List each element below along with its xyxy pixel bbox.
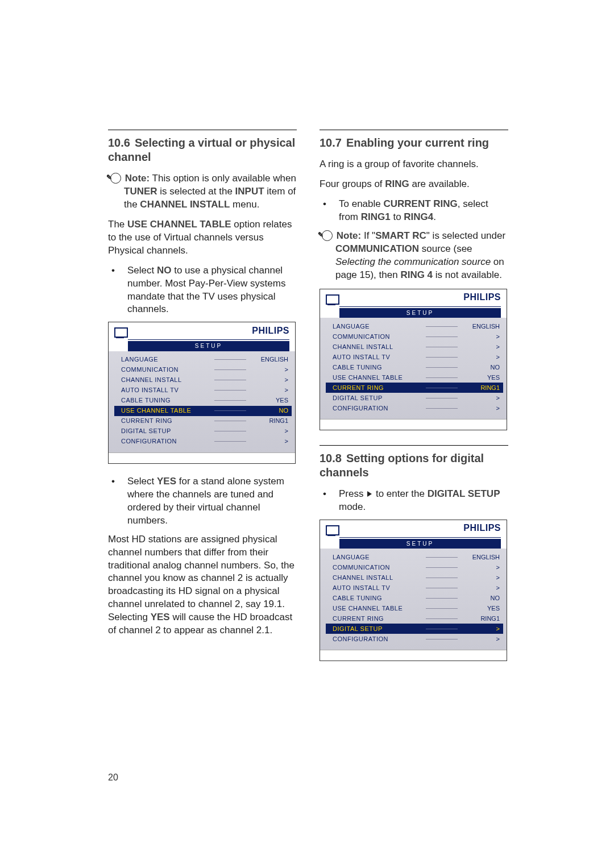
b1-bold3: RING4 bbox=[404, 211, 433, 222]
p2-a: Most HD stations are assigned physical c… bbox=[108, 534, 294, 623]
bullet-select-yes: • Select YES for a stand alone system wh… bbox=[108, 475, 297, 528]
menu-item-line bbox=[426, 367, 458, 368]
p2-bold: YES bbox=[151, 612, 170, 622]
menu-item-line bbox=[214, 369, 246, 370]
menu-item-value: > bbox=[460, 343, 501, 351]
menu-item-line bbox=[426, 629, 458, 629]
section-rule bbox=[320, 445, 508, 446]
menu-item-label: COMMUNICATION bbox=[121, 366, 212, 374]
note-icon: ✎ bbox=[322, 230, 333, 241]
menu-item-label: CURRENT RING bbox=[333, 384, 424, 392]
menu-item-label: LANGUAGE bbox=[121, 355, 212, 364]
menu-item-value: ENGLISH bbox=[460, 553, 501, 562]
menu-item-line bbox=[214, 400, 246, 401]
menu-item-value: ENGLISH bbox=[248, 355, 289, 364]
menu-rule bbox=[128, 339, 289, 340]
menu-item-line bbox=[426, 578, 458, 578]
p1-bold: USE CHANNEL TABLE bbox=[127, 219, 231, 230]
brand-logo: PHILIPS bbox=[463, 291, 501, 305]
menu-row: USE CHANNEL TABLENO bbox=[114, 406, 292, 416]
menu-row: LANGUAGEENGLISH bbox=[333, 552, 501, 562]
heading-number: 10.8 bbox=[320, 452, 342, 464]
menu-header: PHILIPS bbox=[320, 289, 507, 305]
menu-row: CABLE TUNINGYES bbox=[121, 396, 289, 406]
menu-body: LANGUAGEENGLISHCOMMUNICATION>CHANNEL INS… bbox=[320, 318, 507, 419]
menu-item-value: > bbox=[248, 427, 289, 435]
menu-row: CHANNEL INSTALL> bbox=[121, 375, 289, 385]
tv-icon bbox=[323, 524, 339, 536]
menu-item-line bbox=[426, 408, 458, 409]
menu-title-bar: SETUP bbox=[128, 341, 289, 351]
note-10-6: ✎ Note: This option is only available wh… bbox=[108, 172, 297, 211]
n-ital: Selecting the communication source bbox=[335, 256, 491, 267]
menu-item-line bbox=[426, 608, 458, 609]
menu-row: DIGITAL SETUP> bbox=[326, 624, 503, 634]
menu-title-bar: SETUP bbox=[339, 308, 501, 318]
menu-item-line bbox=[214, 410, 246, 411]
menu-item-line bbox=[426, 326, 458, 327]
b2-a: Press bbox=[339, 488, 366, 499]
heading-number: 10.6 bbox=[108, 136, 130, 149]
menu-item-label: COMMUNICATION bbox=[333, 333, 424, 341]
menu-row: CHANNEL INSTALL> bbox=[333, 342, 501, 352]
b1-a: To enable bbox=[339, 198, 383, 209]
menu-header: PHILIPS bbox=[320, 520, 507, 536]
menu-row: LANGUAGEENGLISH bbox=[121, 355, 289, 365]
bullet-text: Select NO to use a physical channel numb… bbox=[127, 264, 297, 317]
menu-row: COMMUNICATION> bbox=[333, 562, 501, 572]
menu-item-line bbox=[426, 618, 458, 619]
menu-item-value: YES bbox=[248, 396, 289, 405]
right-arrow-icon bbox=[367, 491, 372, 497]
n-bold1: SMART RC bbox=[375, 230, 426, 241]
menu-item-label: CURRENT RING bbox=[333, 614, 424, 623]
menu-row: CABLE TUNINGNO bbox=[333, 593, 501, 603]
menu-item-line bbox=[426, 398, 458, 398]
menu-header: PHILIPS bbox=[109, 322, 295, 338]
b2-c: mode. bbox=[339, 501, 366, 512]
menu-item-line bbox=[426, 357, 458, 358]
note-bold-channel-install: CHANNEL INSTALL bbox=[140, 199, 230, 210]
menu-item-value: NO bbox=[460, 594, 501, 603]
manual-page: 10.6Selecting a virtual or physical chan… bbox=[0, 0, 614, 868]
menu-row: DIGITAL SETUP> bbox=[121, 426, 289, 437]
menu-item-line bbox=[426, 588, 458, 588]
bullet-text: Press to enter the DIGITAL SETUP mode. bbox=[339, 488, 508, 514]
setup-menu-digital-setup: PHILIPS SETUP LANGUAGEENGLISHCOMMUNICATI… bbox=[320, 520, 507, 662]
setup-menu-current-ring: PHILIPS SETUP LANGUAGEENGLISHCOMMUNICATI… bbox=[320, 289, 507, 431]
page-number: 20 bbox=[108, 773, 118, 783]
p2-a: Four groups of bbox=[320, 178, 385, 189]
menu-row: CONFIGURATION> bbox=[333, 634, 501, 644]
menu-item-label: COMMUNICATION bbox=[333, 563, 424, 572]
menu-body: LANGUAGEENGLISHCOMMUNICATION>CHANNEL INS… bbox=[109, 351, 295, 452]
two-column-layout: 10.6Selecting a virtual or physical chan… bbox=[108, 130, 513, 672]
bullet-text: To enable CURRENT RING, select from RING… bbox=[339, 198, 508, 224]
heading-text: Selecting a virtual or physical channel bbox=[108, 136, 295, 163]
n-bold3: RING 4 bbox=[400, 269, 433, 280]
menu-item-line bbox=[426, 377, 458, 378]
menu-item-value: > bbox=[460, 584, 501, 592]
b2-bold: DIGITAL SETUP bbox=[428, 488, 500, 499]
menu-item-label: USE CHANNEL TABLE bbox=[333, 604, 424, 613]
menu-item-value: > bbox=[460, 394, 501, 402]
menu-item-line bbox=[426, 347, 458, 347]
menu-item-value: YES bbox=[460, 604, 501, 613]
n-e: is not available. bbox=[433, 269, 502, 280]
menu-row: CHANNEL INSTALL> bbox=[333, 572, 501, 583]
menu-item-value: NO bbox=[460, 363, 501, 372]
note-label: Note: bbox=[125, 173, 150, 184]
menu-item-line bbox=[426, 567, 458, 568]
menu-row: DIGITAL SETUP> bbox=[333, 393, 501, 403]
paragraph-use-channel-table: The USE CHANNEL TABLE option relates to … bbox=[108, 218, 297, 258]
note-bold-input: INPUT bbox=[235, 186, 264, 197]
p1-a: The bbox=[108, 219, 127, 230]
b2-b: to enter the bbox=[373, 488, 427, 499]
n-a: If " bbox=[361, 230, 375, 241]
menu-item-value: > bbox=[248, 376, 289, 384]
menu-row: USE CHANNEL TABLEYES bbox=[333, 603, 501, 613]
menu-row: COMMUNICATION> bbox=[121, 365, 289, 375]
menu-item-label: CONFIGURATION bbox=[121, 437, 212, 446]
menu-body: LANGUAGEENGLISHCOMMUNICATION>CHANNEL INS… bbox=[320, 549, 507, 650]
b1-bold: NO bbox=[157, 265, 172, 276]
menu-item-line bbox=[426, 639, 458, 639]
menu-item-value: RING1 bbox=[248, 417, 289, 425]
